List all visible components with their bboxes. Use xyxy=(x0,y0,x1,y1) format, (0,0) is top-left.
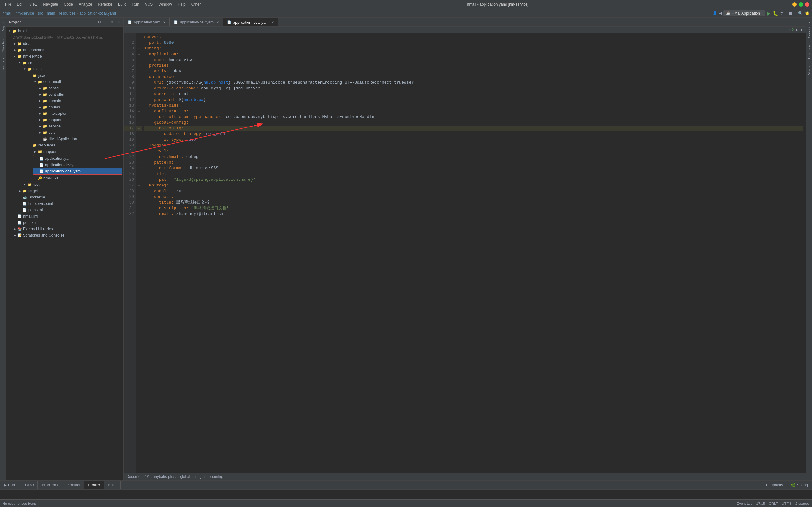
tree-item-app-dev-yaml[interactable]: ▶ 📄 application-dev.yaml xyxy=(33,162,122,168)
tree-item-com-hmall[interactable]: ▾ 📁 com.hmall xyxy=(6,79,123,85)
crlf-display[interactable]: CRLF xyxy=(769,502,778,505)
tree-item-pom-hm-service[interactable]: ▶ 📄 pom.xml xyxy=(6,207,123,213)
tree-item-app-yaml[interactable]: ▶ 📄 application.yaml xyxy=(33,155,122,162)
tree-item-idea[interactable]: ▶ 📁 idea xyxy=(6,41,123,47)
left-tab-favorites[interactable]: Favorites xyxy=(1,55,6,75)
tree-item-hm-common[interactable]: ▶ 📁 hm-common xyxy=(6,47,123,53)
tree-item-service[interactable]: ▶ 📁 service xyxy=(6,123,123,129)
fold-btn-20[interactable]: − xyxy=(137,143,142,149)
menu-file[interactable]: File xyxy=(3,2,14,7)
bottom-tab-todo[interactable]: TODO xyxy=(19,481,38,489)
tree-item-jks[interactable]: ▶ 🔑 hmall.jks xyxy=(6,175,123,181)
fold-btn-6[interactable]: − xyxy=(137,63,142,68)
stop-button[interactable]: ⏹ xyxy=(789,11,793,15)
menu-vcs[interactable]: VCS xyxy=(143,2,155,7)
bottom-tab-problems[interactable]: Problems xyxy=(38,481,62,489)
tab-application-yaml[interactable]: 📄 application.yaml ✕ xyxy=(124,18,170,26)
menu-refactor[interactable]: Refactor xyxy=(96,2,115,7)
tree-item-test[interactable]: ▶ 📁 test xyxy=(6,181,123,188)
tab-close-icon[interactable]: ✕ xyxy=(163,20,166,24)
menu-build[interactable]: Build xyxy=(115,2,129,7)
breadcrumb-hmall[interactable]: hmall xyxy=(3,11,12,15)
breadcrumb-main[interactable]: main xyxy=(47,11,55,15)
fold-btn-8[interactable]: − xyxy=(137,74,142,80)
event-log[interactable]: Event Log xyxy=(737,502,753,505)
fold-btn-29[interactable]: − xyxy=(137,194,142,200)
tree-item-target[interactable]: ▶ 📁 target xyxy=(6,188,123,194)
breadcrumb-file[interactable]: application-local.yaml xyxy=(79,11,116,15)
tree-item-dockerfile[interactable]: ▶ 🐋 Dockerfile xyxy=(6,194,123,201)
breadcrumb-hm-service[interactable]: hm-service xyxy=(15,11,34,15)
tree-item-controller[interactable]: ▶ 📁 controller xyxy=(6,91,123,98)
fold-btn-17[interactable]: − xyxy=(137,125,142,131)
sidebar-gear-icon[interactable]: ⚙ xyxy=(109,20,114,25)
bottom-tab-profiler[interactable]: Profiler xyxy=(85,481,104,489)
tree-item-pom-hmall[interactable]: ▶ 📄 pom.xml xyxy=(6,219,123,226)
right-tab-database[interactable]: Database xyxy=(807,42,812,61)
tree-item-app-local-yaml[interactable]: ▶ 📄 application-local.yaml xyxy=(33,168,122,174)
search-button[interactable]: 🔍 xyxy=(798,11,803,15)
menu-view[interactable]: View xyxy=(27,2,40,7)
run-button[interactable]: ▶ xyxy=(767,11,771,16)
tree-item-domain[interactable]: ▶ 📁 domain xyxy=(6,98,123,104)
sidebar-expand-icon[interactable]: ⊞ xyxy=(103,20,108,25)
settings-button[interactable]: ⭐ xyxy=(805,11,809,15)
debug-button[interactable]: 🐛 xyxy=(773,11,778,16)
tree-item-main[interactable]: ▾ 📁 main xyxy=(6,66,123,72)
minimize-button[interactable] xyxy=(792,2,797,7)
tree-item-resources[interactable]: ▾ 📁 resources xyxy=(6,142,123,149)
bottom-tab-build[interactable]: Build xyxy=(104,481,121,489)
tree-item-res-mapper[interactable]: ▶ 📁 mapper xyxy=(6,149,123,155)
fold-btn-14[interactable]: − xyxy=(137,108,142,114)
fold-btn-27[interactable]: − xyxy=(137,183,142,188)
tree-item-hm-service[interactable]: ▾ 📁 hm-service xyxy=(6,53,123,60)
tree-item-mapper[interactable]: ▶ 📁 mapper xyxy=(6,117,123,123)
tree-item-src[interactable]: ▾ 📁 src xyxy=(6,60,123,66)
fold-btn-16[interactable]: − xyxy=(137,120,142,125)
tree-item-hmallapp[interactable]: ▶ ☕ HMallApplication xyxy=(6,136,123,142)
breadcrumb-src[interactable]: src xyxy=(38,11,43,15)
fold-icon[interactable]: ▲ xyxy=(795,28,798,32)
tree-item-external-libs[interactable]: ▶ 📚 External Libraries xyxy=(6,226,123,232)
menu-analyze[interactable]: Analyze xyxy=(76,2,95,7)
bottom-tab-spring[interactable]: 🌿 Spring xyxy=(787,481,812,489)
fold-btn-21[interactable]: − xyxy=(137,149,142,154)
run-config[interactable]: ☕ HMallApplication ▾ xyxy=(723,10,765,16)
right-tab-codegeex[interactable]: CodeGeex xyxy=(807,19,812,41)
menu-window[interactable]: Window xyxy=(156,2,174,7)
tree-item-enums[interactable]: ▶ 📁 enums xyxy=(6,104,123,110)
sidebar-close-icon[interactable]: ✕ xyxy=(116,20,121,25)
tree-item-hm-service-iml[interactable]: ▶ 📄 hm-service.iml xyxy=(6,201,123,207)
menu-other[interactable]: Other xyxy=(189,2,203,7)
left-tab-structure[interactable]: Structure xyxy=(1,36,6,55)
tree-item-scratches[interactable]: ▶ 📝 Scratches and Consoles xyxy=(6,232,123,238)
tree-item-config[interactable]: ▶ 📁 config xyxy=(6,85,123,91)
tree-item-java[interactable]: ▾ 📁 java xyxy=(6,72,123,79)
sidebar-collapse-icon[interactable]: ⊟ xyxy=(97,20,102,25)
code-editor[interactable]: server: port: 8080 spring: application: xyxy=(142,33,806,473)
fold-btn-3[interactable]: − xyxy=(137,46,142,51)
tab-close-icon[interactable]: ✕ xyxy=(271,20,274,24)
indent-display[interactable]: 2 spaces xyxy=(796,502,809,505)
menu-navigate[interactable]: Navigate xyxy=(41,2,61,7)
fold-btn-4[interactable]: − xyxy=(137,51,142,57)
fold-btn-25[interactable]: − xyxy=(137,171,142,177)
bottom-tab-endpoints[interactable]: Endpoints xyxy=(762,481,787,489)
tree-item-interceptor[interactable]: ▶ 📁 interceptor xyxy=(6,110,123,117)
left-tab-project[interactable]: Project xyxy=(1,19,6,35)
fold-btn-13[interactable]: − xyxy=(137,103,142,108)
tab-application-local-yaml[interactable]: 📄 application-local.yaml ✕ xyxy=(223,18,278,26)
bottom-tab-run[interactable]: ▶ Run xyxy=(0,481,19,489)
right-tab-maven[interactable]: Maven xyxy=(807,62,812,78)
menu-code[interactable]: Code xyxy=(61,2,75,7)
encoding-display[interactable]: UTF-8 xyxy=(782,502,792,505)
menu-edit[interactable]: Edit xyxy=(14,2,26,7)
breadcrumb-resources[interactable]: resources xyxy=(59,11,75,15)
bottom-tab-terminal[interactable]: Terminal xyxy=(62,481,84,489)
fold-btn-23[interactable]: − xyxy=(137,160,142,166)
menu-run[interactable]: Run xyxy=(130,2,142,7)
menu-help[interactable]: Help xyxy=(175,2,188,7)
coverage-button[interactable]: ☂ xyxy=(780,11,783,15)
tree-item-hmall[interactable]: ▾ 📁 hmall xyxy=(6,28,123,34)
tab-application-dev-yaml[interactable]: 📄 application-dev.yaml ✕ xyxy=(170,18,223,26)
